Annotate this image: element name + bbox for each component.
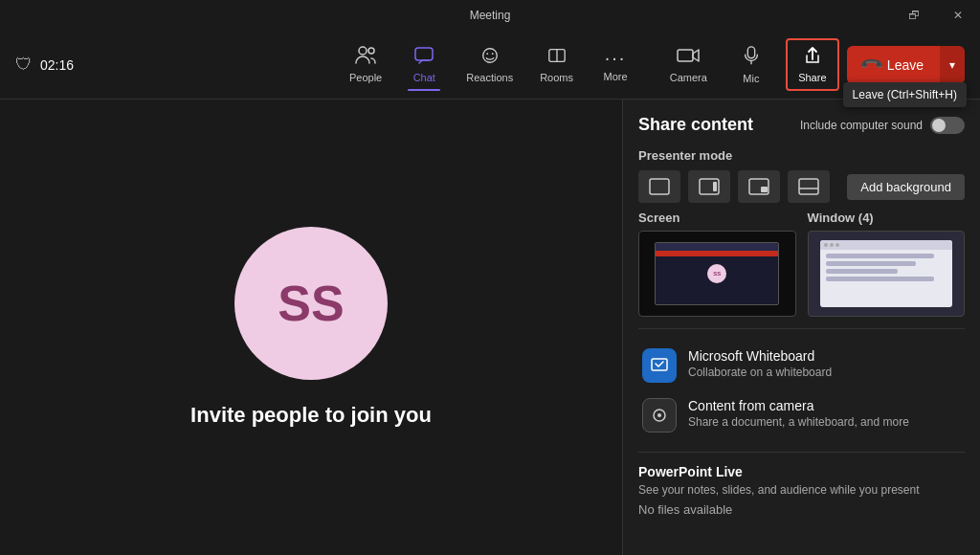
leave-button[interactable]: 📞 Leave (847, 46, 939, 84)
window-line-1 (826, 254, 935, 258)
mini-screen-header (656, 243, 778, 251)
svg-point-3 (482, 49, 497, 63)
screen-thumbnails: Screen SS Window (4) (638, 211, 965, 317)
window-line-3 (826, 269, 899, 274)
svg-point-0 (359, 47, 367, 55)
window-thumb-inner (809, 232, 965, 316)
nav-item-chat[interactable]: Chat (397, 38, 451, 91)
nav-item-more[interactable]: ··· More (589, 39, 642, 90)
leave-label: Leave (887, 57, 924, 73)
screen-thumb-inner: SS (639, 232, 795, 316)
nav-item-people[interactable]: People (338, 38, 393, 91)
share-header: Share content Include computer sound (638, 115, 965, 135)
camera-button[interactable]: Camera (660, 38, 717, 91)
toggle-knob (932, 119, 946, 132)
camera-nav-label: Camera (670, 72, 707, 83)
powerpoint-title: PowerPoint Live (638, 464, 965, 479)
divider-2 (638, 452, 965, 453)
presenter-mode-fullscreen[interactable] (638, 170, 680, 203)
whiteboard-option[interactable]: Microsoft Whiteboard Collaborate on a wh… (638, 341, 965, 390)
mic-nav-icon (742, 45, 761, 71)
window-thumb-wrap: Window (4) (808, 211, 966, 317)
window-content (820, 250, 952, 285)
mini-avatar: SS (707, 264, 726, 283)
nav-item-rooms[interactable]: Rooms (528, 38, 585, 91)
mic-nav-label: Mic (743, 73, 759, 84)
navbar: 🛡 02:16 People Chat (0, 31, 980, 100)
svg-rect-2 (415, 48, 433, 60)
leave-chevron-button[interactable]: ▾ (939, 46, 965, 84)
screen-label: Screen (638, 211, 796, 225)
computer-sound-row: Include computer sound (800, 117, 965, 134)
titlebar: Meeting 🗗 ✕ (0, 0, 980, 31)
share-title: Share content (638, 115, 753, 135)
whiteboard-name: Microsoft Whiteboard (688, 348, 832, 364)
share-panel: Share content Include computer sound Pre… (622, 100, 980, 555)
presenter-modes: Add background (638, 170, 965, 203)
shield-icon: 🛡 (15, 55, 33, 75)
reactions-label: Reactions (466, 72, 513, 83)
svg-rect-15 (799, 179, 818, 194)
camera-content-name: Content from camera (688, 398, 909, 413)
presenter-mode-reporter[interactable] (788, 170, 830, 203)
nav-item-reactions[interactable]: Reactions (455, 38, 524, 91)
screen-thumbnail[interactable]: SS (638, 231, 796, 317)
people-label: People (349, 72, 382, 83)
avatar: SS (234, 227, 388, 380)
svg-point-1 (368, 48, 374, 54)
powerpoint-desc: See your notes, slides, and audience whi… (638, 483, 965, 497)
window-label: Window (4) (808, 211, 966, 225)
window-dot-1 (824, 243, 828, 247)
mini-red-bar (656, 251, 778, 256)
include-sound-toggle[interactable] (930, 117, 965, 134)
share-nav-label: Share (798, 72, 826, 83)
main-video-area: SS Invite people to join you (0, 100, 622, 555)
mini-screen: SS (655, 242, 779, 305)
svg-rect-8 (747, 47, 754, 58)
invite-text: Invite people to join you (190, 403, 432, 428)
share-icon (803, 46, 822, 70)
window-titlebar (820, 240, 952, 250)
svg-point-4 (486, 53, 488, 55)
screen-thumb-wrap: Screen SS (638, 211, 796, 317)
whiteboard-icon (642, 348, 677, 383)
camera-nav-icon (677, 46, 700, 70)
more-icon: ··· (605, 47, 627, 69)
svg-point-18 (657, 413, 661, 417)
window-thumbnail[interactable] (808, 231, 966, 317)
add-background-button[interactable]: Add background (847, 174, 965, 200)
camera-content-desc: Share a document, a whiteboard, and more (688, 415, 909, 429)
close-button[interactable]: ✕ (936, 0, 980, 31)
phone-icon: 📞 (858, 52, 885, 78)
svg-point-5 (492, 53, 494, 55)
camera-content-text: Content from camera Share a document, a … (688, 398, 909, 429)
divider-1 (638, 328, 965, 329)
svg-rect-14 (761, 187, 768, 192)
no-files-text: No files available (638, 502, 965, 517)
window-line-2 (826, 261, 917, 266)
svg-rect-12 (713, 182, 717, 191)
people-icon (355, 46, 376, 70)
window-dot-3 (835, 243, 839, 247)
whiteboard-text: Microsoft Whiteboard Collaborate on a wh… (688, 348, 832, 379)
include-sound-label: Include computer sound (800, 119, 923, 132)
titlebar-title: Meeting (470, 9, 511, 22)
chat-icon (413, 46, 434, 70)
presenter-mode-picture[interactable] (738, 170, 780, 203)
window-line-4 (826, 277, 935, 281)
minimize-button[interactable]: 🗗 (892, 0, 936, 31)
camera-content-option[interactable]: Content from camera Share a document, a … (638, 390, 965, 440)
whiteboard-desc: Collaborate on a whiteboard (688, 366, 832, 379)
svg-rect-10 (650, 179, 669, 194)
presenter-mode-side[interactable] (688, 170, 730, 203)
camera-content-icon (642, 398, 677, 433)
rooms-icon (546, 46, 568, 70)
rooms-label: Rooms (540, 72, 573, 83)
powerpoint-section: PowerPoint Live See your notes, slides, … (638, 464, 965, 517)
mic-button[interactable]: Mic (724, 37, 778, 92)
meeting-timer: 02:16 (40, 57, 74, 73)
presenter-mode-label: Presenter mode (638, 148, 965, 163)
share-button[interactable]: Share (786, 38, 839, 91)
leave-button-group: 📞 Leave ▾ (847, 46, 965, 84)
titlebar-controls: 🗗 ✕ (892, 0, 980, 31)
